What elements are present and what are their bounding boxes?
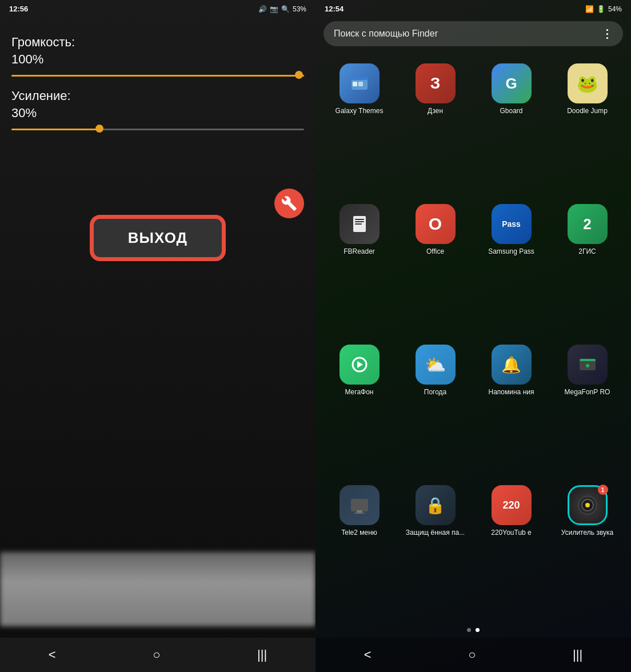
app-office[interactable]: OOffice [397, 198, 473, 339]
fbreader-icon [340, 204, 380, 244]
right-back-button[interactable]: < [364, 647, 372, 662]
right-signal-icon: 📶 [585, 5, 594, 13]
app-megafon[interactable]: МегаФон [321, 339, 397, 479]
2gis-icon: 2 [568, 204, 608, 244]
left-status-icons: 🔊 📷 🔍 53% [258, 5, 306, 13]
app-2gis[interactable]: 22ГИС [549, 198, 625, 339]
left-back-button[interactable]: < [49, 647, 56, 662]
megafon-label: МегаФон [345, 388, 373, 397]
amplifier-icon: 1 [568, 485, 608, 525]
left-battery: 53% [293, 5, 306, 13]
page-dots [316, 628, 631, 632]
exit-button-container: ВЫХОД [0, 217, 316, 259]
amplifier-label: Усилитель звука [561, 529, 613, 538]
app-dzen[interactable]: ЗДзен [397, 58, 473, 198]
right-menu-button[interactable]: ||| [573, 647, 582, 662]
svg-rect-12 [351, 499, 368, 511]
doodle-jump-label: Doodle Jump [567, 107, 608, 116]
right-battery: 54% [608, 5, 622, 13]
reminder-icon: 🔔 [492, 345, 532, 385]
page-dot-2[interactable] [476, 628, 480, 632]
left-camera-icon: 📷 [270, 5, 278, 13]
220youtube-label: 220YouTub e [491, 529, 532, 538]
vault-label: Защищ ённая па... [406, 529, 465, 538]
svg-rect-3 [358, 82, 363, 86]
gboard-label: Gboard [500, 107, 522, 116]
svg-rect-14 [354, 513, 365, 514]
app-reminder[interactable]: 🔔Напомина ния [473, 339, 549, 479]
volume-fill [11, 75, 304, 77]
samsung-pass-label: Samsung Pass [488, 247, 534, 257]
2gis-label: 2ГИС [578, 247, 596, 257]
right-time: 12:54 [325, 5, 344, 13]
left-status-bar: 12:56 🔊 📷 🔍 53% [0, 0, 316, 18]
svg-rect-6 [355, 221, 364, 222]
gain-track [11, 129, 304, 130]
app-amplifier[interactable]: 1Усилитель звука [549, 479, 625, 620]
app-samsung-pass[interactable]: PassSamsung Pass [473, 198, 549, 339]
volume-label: Громкость: [11, 35, 304, 50]
left-phone: 12:56 🔊 📷 🔍 53% Громкость: 100% Усиление… [0, 0, 316, 672]
tele2-icon [340, 485, 380, 525]
exit-button[interactable]: ВЫХОД [92, 217, 223, 259]
reminder-label: Напомина ния [489, 388, 534, 397]
svg-point-11 [586, 364, 589, 367]
gain-fill [11, 129, 99, 130]
right-status-bar: 12:54 📶 🔋 54% [316, 0, 631, 18]
svg-rect-5 [355, 219, 364, 220]
gain-thumb[interactable] [95, 125, 103, 133]
dzen-label: Дзен [428, 107, 443, 116]
galaxy-themes-label: Galaxy Themes [336, 107, 384, 116]
dzen-icon: З [416, 63, 456, 103]
app-gboard[interactable]: GGboard [473, 58, 549, 198]
amplifier-badge: 1 [598, 485, 608, 495]
220youtube-icon: 220 [492, 485, 532, 525]
gboard-icon: G [492, 63, 532, 103]
gain-slider[interactable] [11, 127, 304, 131]
right-nav-bar: < ○ ||| [316, 638, 631, 672]
left-search-icon: 🔍 [281, 5, 290, 13]
megafon-icon [340, 345, 380, 385]
volume-thumb[interactable] [295, 71, 303, 79]
settings-icon[interactable] [274, 189, 304, 218]
svg-point-18 [586, 504, 589, 506]
app-galaxy-themes[interactable]: Galaxy Themes [321, 58, 397, 198]
left-home-button[interactable]: ○ [153, 647, 160, 662]
page-dot-1[interactable] [467, 628, 471, 632]
right-battery-icon: 🔋 [597, 5, 605, 13]
office-label: Office [426, 247, 444, 257]
svg-rect-2 [353, 82, 357, 86]
right-home-button[interactable]: ○ [468, 647, 476, 662]
weather-icon: ⛅ [416, 345, 456, 385]
left-time: 12:56 [9, 5, 28, 13]
app-doodle-jump[interactable]: 🐸Doodle Jump [549, 58, 625, 198]
gain-value: 30% [11, 106, 304, 121]
galaxy-themes-icon [340, 63, 380, 103]
gain-label: Усиление: [11, 89, 304, 103]
megafonpro-icon [568, 345, 608, 385]
app-tele2[interactable]: Tele2 меню [321, 479, 397, 620]
svg-rect-13 [357, 510, 362, 513]
search-bar[interactable]: Поиск с помощью Finder ⋮ [324, 21, 623, 46]
fbreader-label: FBReader [344, 247, 375, 257]
app-vault[interactable]: 🔒Защищ ённая па... [397, 479, 473, 620]
megafonpro-label: MegaFonP RO [565, 388, 610, 397]
blurred-background-content [0, 552, 316, 626]
app-220youtube[interactable]: 220220YouTub e [473, 479, 549, 620]
weather-label: Погода [424, 388, 447, 397]
left-menu-button[interactable]: ||| [257, 647, 267, 662]
app-fbreader[interactable]: FBReader [321, 198, 397, 339]
app-weather[interactable]: ⛅Погода [397, 339, 473, 479]
svg-rect-10 [580, 359, 596, 361]
left-nav-bar: < ○ ||| [0, 638, 316, 672]
app-megafonpro[interactable]: MegaFonP RO [549, 339, 625, 479]
right-status-icons: 📶 🔋 54% [585, 5, 622, 13]
samsung-pass-icon: Pass [492, 204, 532, 244]
volume-value: 100% [11, 52, 304, 67]
office-icon: O [416, 204, 456, 244]
left-main-content: Громкость: 100% Усиление: 30% [0, 18, 316, 638]
svg-rect-1 [352, 77, 368, 80]
volume-slider[interactable] [11, 74, 304, 77]
search-more-icon[interactable]: ⋮ [601, 27, 613, 41]
doodle-jump-icon: 🐸 [568, 63, 608, 103]
